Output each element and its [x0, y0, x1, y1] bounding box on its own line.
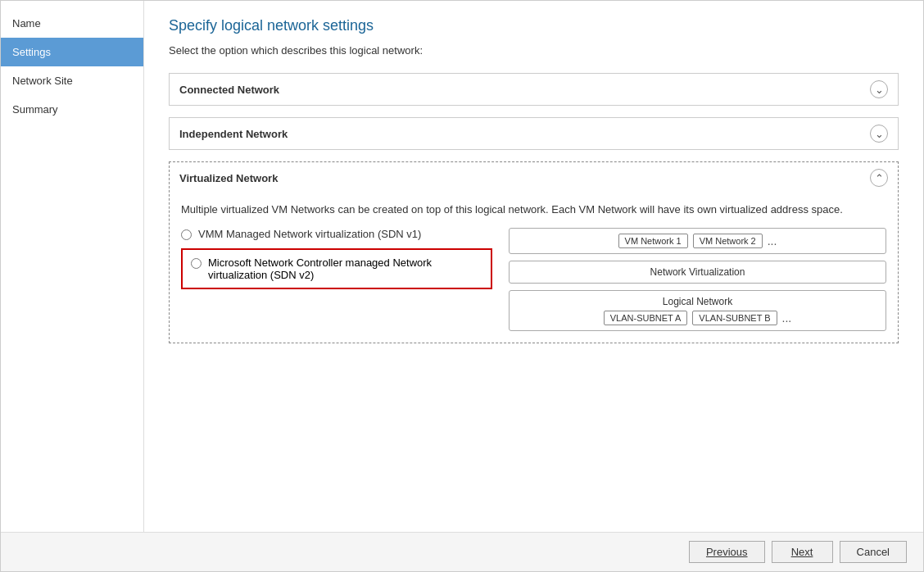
- next-button[interactable]: Next: [772, 541, 833, 563]
- connected-network-label: Connected Network: [179, 84, 279, 96]
- sidebar-item-summary[interactable]: Summary: [1, 95, 143, 124]
- vlan-subnet-a-tag: VLAN-SUBNET A: [604, 311, 688, 325]
- virtualized-network-label: Virtualized Network: [179, 172, 278, 184]
- connected-network-chevron: ⌄: [870, 80, 888, 98]
- sidebar-item-settings[interactable]: Settings: [1, 38, 143, 66]
- sidebar-item-network-site[interactable]: Network Site: [1, 66, 143, 95]
- vm-network-1-tag: VM Network 1: [618, 234, 688, 248]
- diagram-vm-networks: VM Network 1 VM Network 2 ...: [509, 228, 886, 254]
- connected-network-section: Connected Network ⌄: [169, 73, 899, 106]
- sdnv2-highlight-box: Microsoft Network Controller managed Net…: [181, 248, 492, 289]
- footer: Previous Next Cancel: [1, 532, 923, 571]
- vm-network-2-tag: VM Network 2: [693, 234, 763, 248]
- diagram-network-virt: Network Virtualization: [509, 261, 886, 284]
- subnet-dots: ...: [782, 311, 792, 325]
- vlan-subnet-b-tag: VLAN-SUBNET B: [692, 311, 777, 325]
- independent-network-label: Independent Network: [179, 128, 288, 140]
- previous-button[interactable]: Previous: [689, 541, 765, 563]
- independent-network-header[interactable]: Independent Network ⌄: [170, 118, 898, 149]
- virt-options: VMM Managed Network virtualization (SDN …: [181, 228, 492, 297]
- sdnv1-radio[interactable]: [181, 229, 192, 240]
- sdnv2-radio[interactable]: [191, 258, 202, 269]
- virtualized-network-header[interactable]: Virtualized Network ⌃: [170, 162, 898, 193]
- sidebar-item-name[interactable]: Name: [1, 9, 143, 38]
- virtualized-network-body: Multiple virtualized VM Networks can be …: [170, 193, 898, 343]
- diagram-vm-networks-inner: VM Network 1 VM Network 2 ...: [518, 234, 877, 248]
- network-virt-label: Network Virtualization: [650, 266, 745, 278]
- independent-network-chevron: ⌄: [870, 125, 888, 143]
- logical-network-label: Logical Network: [518, 296, 877, 307]
- virtualized-network-section: Virtualized Network ⌃ Multiple virtualiz…: [169, 161, 899, 343]
- diagram-logical-network: Logical Network VLAN-SUBNET A VLAN-SUBNE…: [509, 290, 886, 331]
- page-title: Specify logical network settings: [169, 17, 899, 34]
- sdnv1-option: VMM Managed Network virtualization (SDN …: [181, 228, 492, 240]
- cancel-button[interactable]: Cancel: [840, 541, 907, 563]
- virt-body-row: VMM Managed Network virtualization (SDN …: [181, 228, 886, 331]
- virtualized-network-description: Multiple virtualized VM Networks can be …: [181, 202, 886, 218]
- virtualized-network-chevron: ⌃: [870, 169, 888, 187]
- sdnv2-label: Microsoft Network Controller managed Net…: [208, 256, 482, 281]
- virt-diagram: VM Network 1 VM Network 2 ... Network Vi…: [509, 228, 886, 331]
- vm-network-dots: ...: [768, 234, 777, 247]
- sidebar: Name Settings Network Site Summary: [1, 1, 144, 532]
- sdnv1-label: VMM Managed Network virtualization (SDN …: [198, 228, 421, 240]
- subtitle: Select the option which describes this l…: [169, 44, 899, 57]
- main-content: Specify logical network settings Select …: [144, 1, 923, 532]
- main-container: Name Settings Network Site Summary Speci…: [1, 1, 923, 532]
- logical-network-subnets: VLAN-SUBNET A VLAN-SUBNET B ...: [518, 311, 877, 325]
- connected-network-header[interactable]: Connected Network ⌄: [170, 74, 898, 105]
- independent-network-section: Independent Network ⌄: [169, 117, 899, 150]
